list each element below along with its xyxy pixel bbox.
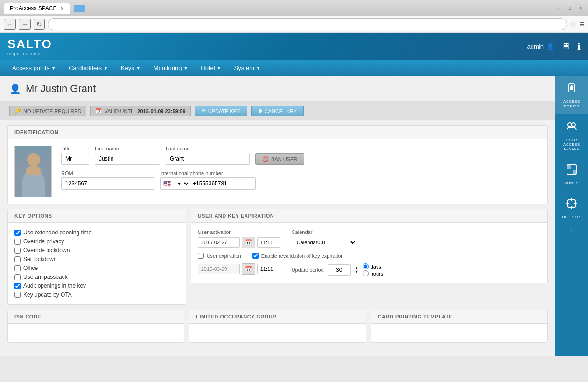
expiry-date-period-row: 📅 Update period ▲ ▼ xyxy=(198,263,541,276)
logo-tagline: inspiredaccess xyxy=(7,51,52,56)
expiry-date-input[interactable] xyxy=(198,264,240,274)
bookmark-icon[interactable]: ☆ xyxy=(570,20,576,29)
phone-field: 🇺🇸 ▼ xyxy=(160,177,256,190)
hours-radio-item: hours xyxy=(363,270,384,276)
minimize-button[interactable]: ─ xyxy=(554,5,562,12)
rom-input[interactable] xyxy=(61,177,154,190)
bottom-sections: PIN CODE LIMITED OCCUPANCY GROUP CARD PR… xyxy=(7,310,548,343)
expiry-time-input[interactable] xyxy=(257,264,280,274)
title-bar: ProAccess SPACE ✕ ─ □ ✕ xyxy=(0,0,588,16)
revalidation-checkbox[interactable] xyxy=(252,253,259,259)
days-radio[interactable] xyxy=(363,263,369,269)
checkbox-office-input[interactable] xyxy=(14,265,21,271)
identification-fields: Title First name Last name xyxy=(14,146,541,197)
user-expiration-checkbox[interactable] xyxy=(198,253,204,259)
checkbox-override-lock-input[interactable] xyxy=(14,248,21,254)
activation-cal-button[interactable]: 📅 xyxy=(242,237,255,248)
calendar-icon: 📅 xyxy=(95,108,102,114)
activation-group: User activation 📅 xyxy=(198,229,280,248)
hours-label: hours xyxy=(371,271,384,276)
valid-until-badge: 📅 VALID UNTIL 2015-04-09 23:59:59 xyxy=(90,106,190,116)
update-key-button[interactable]: ⟳ UPDATE KEY xyxy=(195,106,247,116)
browser-chrome: ProAccess SPACE ✕ ─ □ ✕ ← → ↻ ☆ ≡ xyxy=(0,0,588,33)
close-button[interactable]: ✕ xyxy=(577,5,584,12)
nav-monitoring[interactable]: Monitoring ▼ xyxy=(147,60,195,76)
main-content: 👤 Mr Justin Grant 🔑 NO UPDATE REQUIRED 📅… xyxy=(0,76,555,356)
nav-access-points[interactable]: Access points ▼ xyxy=(6,60,62,76)
checkbox-override-priv: Override privacy xyxy=(14,238,179,245)
checkbox-antipassback: Use antipassback xyxy=(14,274,179,280)
sidebar-item-zones[interactable]: ZONES xyxy=(555,157,588,191)
nav-arrow-icon: ▼ xyxy=(104,66,108,71)
valid-label: VALID UNTIL xyxy=(104,108,135,114)
new-tab-button[interactable] xyxy=(74,5,85,12)
back-button[interactable]: ← xyxy=(4,19,16,30)
limited-occupancy-body xyxy=(189,324,365,342)
limited-occupancy-header: LIMITED OCCUPANCY GROUP xyxy=(189,310,365,324)
info-icon[interactable]: ℹ xyxy=(577,42,581,52)
nav-cardholders[interactable]: Cardholders ▼ xyxy=(62,60,114,76)
tab-close-button[interactable]: ✕ xyxy=(60,6,64,11)
refresh-button[interactable]: ↻ xyxy=(34,19,45,30)
no-update-label: NO UPDATE REQUIRED xyxy=(23,108,81,114)
calendar-select[interactable]: Calendar001 Calendar002 xyxy=(292,237,357,248)
sidebar-outputs-label: OUTPUTS xyxy=(562,215,581,219)
sidebar-item-outputs[interactable]: OUTPUTS xyxy=(555,191,588,226)
nav-system[interactable]: System ▼ xyxy=(228,60,267,76)
expiry-cal-button[interactable]: 📅 xyxy=(242,263,255,275)
phone-dropdown[interactable]: ▼ xyxy=(174,181,190,187)
checkbox-ext-open-input[interactable] xyxy=(14,230,21,236)
update-period-group: Update period ▲ ▼ xyxy=(292,263,384,276)
name-row: Title First name Last name xyxy=(61,146,541,165)
expiration-check-group: User expiration xyxy=(198,253,241,259)
cancel-key-button[interactable]: ⊗ CANCEL KEY xyxy=(251,106,304,116)
nav-keys[interactable]: Keys ▼ xyxy=(114,60,147,76)
key-icon: 🔑 xyxy=(14,108,21,114)
limited-occupancy-section: LIMITED OCCUPANCY GROUP xyxy=(189,310,366,343)
firstname-input[interactable] xyxy=(95,153,160,165)
identification-header: IDENTIFICATION xyxy=(8,126,547,139)
window-controls: ─ □ ✕ xyxy=(554,5,584,12)
ban-user-button[interactable]: 🚫 BAN USER xyxy=(255,153,304,165)
checkbox-audit-open-input[interactable] xyxy=(14,283,21,289)
menu-icon[interactable]: ≡ xyxy=(579,20,584,29)
monitor-icon[interactable]: 🖥 xyxy=(561,42,570,51)
svg-rect-6 xyxy=(567,165,571,169)
activation-date-input[interactable] xyxy=(198,237,240,248)
checkbox-override-priv-input[interactable] xyxy=(14,239,21,245)
card-printing-header: CARD PRINTING TEMPLATE xyxy=(371,310,547,324)
key-options-header: KEY OPTIONS xyxy=(8,209,186,223)
calendar-group: Calendar Calendar001 Calendar002 xyxy=(292,229,357,248)
sidebar-item-user-access-levels[interactable]: USER ACCESS LEVELS xyxy=(555,114,588,157)
sidebar-resize-handle[interactable]: ⋮ xyxy=(555,225,588,234)
sidebar-item-access-points[interactable]: ACCESS POINTS xyxy=(555,76,588,114)
phone-input[interactable] xyxy=(190,178,255,189)
checkbox-set-lock-input[interactable] xyxy=(14,256,21,262)
lastname-input[interactable] xyxy=(166,153,250,165)
pin-code-body xyxy=(8,324,184,342)
nav-arrow-icon: ▼ xyxy=(217,66,221,71)
checkbox-key-ota: Key update by OTA xyxy=(14,291,179,298)
title-input[interactable] xyxy=(61,153,89,165)
activation-time-input[interactable] xyxy=(257,237,280,248)
lastname-label: Last name xyxy=(166,146,250,151)
sidebar-user-access-label: USER ACCESS LEVELS xyxy=(558,138,585,151)
checkbox-antipassback-input[interactable] xyxy=(14,274,21,280)
zones-icon xyxy=(565,163,578,179)
nav-hotel[interactable]: Hotel ▼ xyxy=(194,60,227,76)
activation-fields: 📅 xyxy=(198,237,280,248)
hours-radio[interactable] xyxy=(363,270,369,276)
active-tab[interactable]: ProAccess SPACE ✕ xyxy=(4,3,70,14)
forward-button[interactable]: → xyxy=(19,19,31,30)
checkbox-office: Office xyxy=(14,265,179,271)
checkbox-override-lock: Override lockdown xyxy=(14,247,179,254)
sidebar-access-points-label: ACCESS POINTS xyxy=(558,99,585,108)
user-expiration-label: User expiration xyxy=(207,253,241,259)
expiration-header: USER AND KEY EXPIRATION xyxy=(191,209,547,223)
address-bar[interactable] xyxy=(48,18,567,30)
maximize-button[interactable]: □ xyxy=(566,5,573,12)
checkbox-key-ota-input[interactable] xyxy=(14,292,21,298)
admin-user-icon: 👤 xyxy=(546,43,554,50)
identification-section: IDENTIFICATION xyxy=(7,125,548,204)
period-value-input[interactable] xyxy=(328,264,351,276)
